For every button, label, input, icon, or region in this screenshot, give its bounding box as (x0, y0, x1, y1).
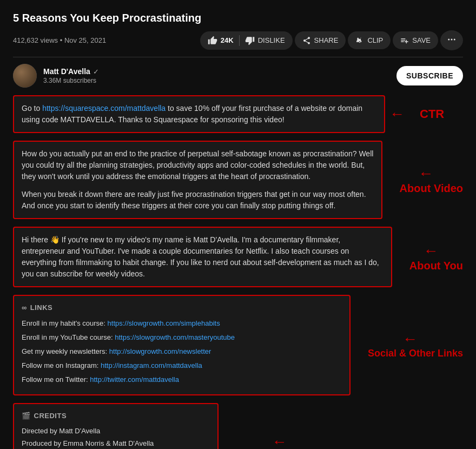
ctr-annotation: Go to https://squarespace.com/mattdavell… (13, 95, 463, 133)
dislike-label: DISLIKE (258, 36, 285, 44)
channel-name-row: Matt D'Avella ✓ (43, 67, 99, 76)
video-title: 5 Reasons You Keep Procrastinating (13, 11, 463, 25)
save-label: SAVE (412, 36, 431, 44)
like-dislike-group: 24K DISLIKE (200, 31, 293, 50)
social-arrow: ← (402, 331, 418, 348)
ctr-link[interactable]: https://squarespace.com/mattdavella (42, 104, 166, 113)
link2-label: Enroll in my YouTube course: (22, 333, 115, 341)
share-button[interactable]: SHARE (295, 31, 346, 49)
avatar-image (13, 64, 37, 88)
channel-details: Matt D'Avella ✓ 3.36M subscribers (43, 67, 99, 84)
dislike-icon (245, 36, 255, 45)
ctr-text-before: Go to (22, 104, 42, 113)
link4-label: Follow me on Instagram: (22, 361, 101, 369)
verified-icon: ✓ (93, 68, 99, 76)
save-button[interactable]: SAVE (393, 31, 438, 49)
svg-point-0 (448, 39, 449, 41)
like-count: 24K (221, 36, 234, 44)
credits-arrow: ← (272, 433, 287, 449)
share-label: SHARE (314, 36, 339, 44)
save-icon (400, 36, 409, 45)
credits-annotation: 🎬 CREDITS Directed by Matt D'Avella Prod… (13, 403, 463, 449)
link3-url[interactable]: http://slowgrowth.com/newsletter (109, 347, 211, 355)
more-icon (447, 35, 457, 46)
ctr-label: CTR (420, 107, 463, 121)
about-video-p1: How do you actually put an end to the pr… (22, 148, 374, 182)
about-you-label: About You (409, 260, 463, 272)
social-links-box: ∞ LINKS Enroll in my habit's course: htt… (13, 295, 351, 395)
social-links-annotation: ∞ LINKS Enroll in my habit's course: htt… (13, 295, 463, 395)
channel-row: Matt D'Avella ✓ 3.36M subscribers SUBSCR… (13, 64, 463, 88)
link1-label: Enroll in my habit's course: (22, 319, 108, 327)
link5-url[interactable]: http://twitter.com/mattdavella (90, 375, 179, 384)
action-buttons: 24K DISLIKE (200, 30, 463, 50)
link3-row: Get my weekly newsletters: http://slowgr… (22, 346, 342, 358)
link5-label: Follow me on Twitter: (22, 375, 90, 384)
link4-url[interactable]: http://instagram.com/mattdavella (101, 361, 202, 369)
share-icon (302, 36, 311, 45)
link4-row: Follow me on Instagram: http://instagram… (22, 360, 342, 372)
about-you-box: Hi there 👋 If you're new to my video's m… (13, 227, 392, 287)
dislike-button[interactable]: DISLIKE (240, 31, 293, 50)
ctr-arrow: ← (389, 105, 405, 123)
link2-url[interactable]: https://slowgrowth.com/masteryoutube (115, 333, 235, 341)
link3-label: Get my weekly newsletters: (22, 347, 109, 355)
channel-name[interactable]: Matt D'Avella (43, 67, 90, 76)
clip-button[interactable]: CLIP (348, 31, 391, 49)
like-button[interactable]: 24K (200, 31, 239, 50)
credits-box: 🎬 CREDITS Directed by Matt D'Avella Prod… (13, 403, 219, 449)
channel-subscribers: 3.36M subscribers (43, 77, 99, 84)
clip-label: CLIP (367, 36, 383, 44)
social-label: Social & Other Links (368, 348, 463, 359)
about-video-p2: When you break it down there are really … (22, 189, 374, 212)
about-video-box: How do you actually put an end to the pr… (13, 141, 382, 219)
subscribe-button[interactable]: SUBSCRIBE (396, 66, 463, 85)
svg-point-2 (454, 39, 455, 41)
links-header: ∞ LINKS (22, 302, 342, 313)
about-you-annotation: Hi there 👋 If you're new to my video's m… (13, 227, 463, 287)
more-button[interactable] (440, 30, 463, 50)
video-views: 412,632 views • Nov 25, 2021 (13, 36, 106, 44)
credits-header: 🎬 CREDITS (22, 411, 210, 421)
about-you-arrow: ← (423, 242, 438, 260)
like-icon (208, 36, 217, 45)
clip-icon (355, 36, 364, 45)
about-video-arrow: ← (418, 165, 433, 182)
credit1: Directed by Matt D'Avella (22, 425, 210, 437)
svg-point-1 (451, 39, 453, 41)
ctr-box: Go to https://squarespace.com/mattdavell… (13, 95, 385, 133)
link1-row: Enroll in my habit's course: https://slo… (22, 318, 342, 329)
credit2: Produced by Emma Norris & Matt D'Avella (22, 438, 210, 449)
link1-url[interactable]: https://slowgrowth.com/simplehabits (108, 319, 220, 327)
channel-info: Matt D'Avella ✓ 3.36M subscribers (13, 64, 99, 88)
about-video-label: About Video (400, 182, 463, 195)
link2-row: Enroll in my YouTube course: https://slo… (22, 332, 342, 344)
about-you-text: Hi there 👋 If you're new to my video's m… (22, 234, 384, 280)
about-video-annotation: How do you actually put an end to the pr… (13, 141, 463, 219)
avatar[interactable] (13, 64, 37, 88)
links-icon: ∞ (22, 302, 27, 313)
video-meta-bar: 412,632 views • Nov 25, 2021 24K (13, 30, 463, 57)
link5-row: Follow me on Twitter: http://twitter.com… (22, 374, 342, 386)
credits-icon: 🎬 (22, 411, 31, 421)
